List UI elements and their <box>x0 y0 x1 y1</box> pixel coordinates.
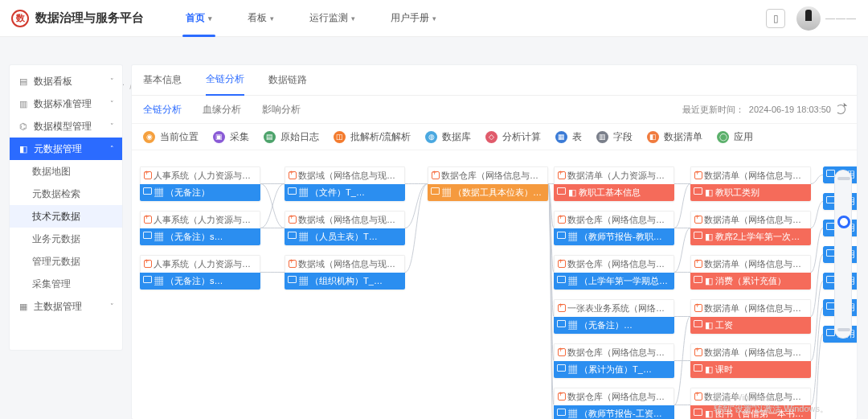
sidebar-item[interactable]: ◧元数据管理˄ <box>10 138 122 160</box>
node-header: 一张表业务系统（网络信息与现代教… <box>554 299 674 317</box>
legend-dot-icon: ▤ <box>264 131 276 143</box>
tab-data-link[interactable]: 数据链路 <box>268 65 307 96</box>
sidebar-item-label: 数据看板 <box>34 75 72 88</box>
refresh-icon[interactable] <box>836 105 845 114</box>
legend-item: ◇分析计算 <box>485 130 541 144</box>
node-body: ◧ 工资 <box>690 317 811 334</box>
graph-node[interactable]: 数据清单（网络信息与现代教育中心…◧ 工资 <box>690 299 811 334</box>
chevron-down-icon: ▾ <box>432 14 436 23</box>
node-body: ▦ （数据工具本位表）T… <box>428 184 548 201</box>
node-header: 数据仓库（网络信息与现代教育中心… <box>554 343 674 361</box>
node-header: 数据清单（网络信息与现代教育中心… <box>690 211 811 228</box>
graph-node[interactable]: 数据清单（网络信息与现代教育中心…◧ 教职工类别 <box>690 166 811 201</box>
node-header: 数据仓库（网络信息与现代教育中心… <box>554 388 674 405</box>
graph-node[interactable]: 人事系统（人力资源与离退休职工管…▦ （无备注） <box>140 166 260 201</box>
legend-label: 分析计算 <box>502 130 541 144</box>
username: ——— <box>825 13 857 24</box>
graph-node[interactable]: 数据清单（人力资源与离退休职工管…◧ 教职工基本信息 <box>554 166 674 201</box>
sidebar-item-label: 业务元数据 <box>32 232 80 246</box>
clipboard-icon[interactable]: ▯ <box>766 9 785 28</box>
node-body: ▦ （组织机构）T_… <box>285 273 405 290</box>
legend-item: ◧数据清单 <box>647 130 702 144</box>
tab-full-chain[interactable]: 全链分析 <box>206 65 244 96</box>
node-header: 数据清单（网络信息与现代教育中心… <box>690 299 811 317</box>
menu-icon: ▦ <box>18 302 29 312</box>
chevron-icon: ˄ <box>110 145 114 153</box>
sidebar-item[interactable]: ⌬数据模型管理˅ <box>10 115 122 138</box>
zoom-in-icon[interactable] <box>837 177 850 180</box>
slider-knob[interactable] <box>837 216 850 228</box>
graph-node[interactable]: 数据仓库（网络信息与现代教育中心…▦ （累计为值）T_… <box>554 343 674 378</box>
sidebar-item[interactable]: ▤数据看板˅ <box>10 70 122 92</box>
sidebar-item[interactable]: 业务元数据 <box>10 228 122 250</box>
graph-node[interactable]: 数据仓库（网络信息与现代教育中心…▦ （数据工具本位表）T… <box>428 166 548 201</box>
graph-node[interactable]: 数据仓库（网络信息与现代教育中心…▦ （教师节报告-工资）T_… <box>554 388 674 419</box>
zoom-out-icon[interactable] <box>837 328 850 331</box>
menu-icon: ▥ <box>18 99 29 109</box>
sidebar-item-label: 元数据管理 <box>34 142 82 156</box>
graph-node[interactable]: 数据域（网络信息与现代教育中心）…▦ （组织机构）T_… <box>285 255 405 290</box>
logo-icon: 数 <box>11 10 29 27</box>
legend-label: 当前位置 <box>160 130 199 144</box>
graph-node[interactable]: 人事系统（人力资源与离退休职工管…▦ （无备注）s… <box>140 211 260 245</box>
graph-node[interactable]: 一张表业务系统（网络信息与现代教…▦ （无备注）… <box>554 299 674 334</box>
graph-column: 数据域（网络信息与现代教育中心）…▦ （文件）T_…数据域（网络信息与现代教育中… <box>285 166 405 290</box>
watermark: 激活 Windows转到“设置”以激活 Windows。 <box>714 392 829 414</box>
graph-node[interactable]: 数据清单（网络信息与现代教育中心…◧ 教席2上学年第一次清册时间及数… <box>690 211 811 245</box>
sidebar-item-label: 管理元数据 <box>32 255 80 269</box>
nav-home[interactable]: 首页▾ <box>168 0 230 37</box>
chevron-down-icon: ▾ <box>270 14 274 23</box>
last-update-value: 2024-06-19 18:03:50 <box>749 105 831 114</box>
legend: ◉当前位置▣采集▤原始日志◫批解析/流解析◍数据库◇分析计算▦表▥字段◧数据清单… <box>132 123 857 150</box>
graph-node[interactable]: 数据域（网络信息与现代教育中心）…▦ （人员主表）T… <box>285 211 405 245</box>
sidebar-item[interactable]: 管理元数据 <box>10 250 122 273</box>
legend-dot-icon: ◫ <box>334 131 346 143</box>
sidebar-item[interactable]: ▥数据标准管理˅ <box>10 92 122 115</box>
nav-manual[interactable]: 用户手册▾ <box>373 0 454 37</box>
subtab-impact[interactable]: 影响分析 <box>262 103 301 117</box>
node-body: ◧ 教职工类别 <box>690 184 811 201</box>
main-panel: 基本信息 全链分析 数据链路 全链分析 血缘分析 影响分析 最近更新时间： 20… <box>132 65 857 419</box>
system-title: 数据治理与服务平台 <box>35 10 144 26</box>
nav-monitor[interactable]: 运行监测▾ <box>292 0 373 37</box>
sidebar-item[interactable]: ▦主数据管理˅ <box>10 295 122 318</box>
node-body: ◧ 消费（累计充值） <box>690 273 811 290</box>
chevron-icon: ˅ <box>110 77 114 85</box>
chevron-icon: ˅ <box>110 302 114 310</box>
tab-basic[interactable]: 基本信息 <box>143 65 182 96</box>
sidebar-item[interactable]: 数据地图 <box>10 160 122 183</box>
node-body: ◧ 教职工基本信息 <box>554 184 674 201</box>
node-header: 人事系统（人力资源与离退休职工管… <box>140 166 260 184</box>
legend-label: 字段 <box>613 130 633 144</box>
legend-dot-icon: ▥ <box>596 131 608 143</box>
top-nav: 首页▾ 看板▾ 运行监测▾ 用户手册▾ <box>168 0 454 37</box>
graph-node[interactable]: 数据仓库（网络信息与现代教育中心…▦ （教师节报告-教职工类别）T_… <box>554 211 674 245</box>
node-header: 人事系统（人力资源与离退休职工管… <box>140 255 260 273</box>
zoom-slider[interactable] <box>834 170 852 339</box>
tabs: 基本信息 全链分析 数据链路 <box>132 65 857 96</box>
graph-node[interactable]: 数据域（网络信息与现代教育中心）…▦ （文件）T_… <box>285 166 405 201</box>
graph-column: 数据清单（人力资源与离退休职工管…◧ 教职工基本信息数据仓库（网络信息与现代教育… <box>554 166 674 419</box>
subtab-lineage[interactable]: 血缘分析 <box>203 103 241 117</box>
sidebar-item[interactable]: 采集管理 <box>10 273 122 295</box>
graph-node[interactable]: 数据清单（网络信息与现代教育中心…◧ 课时 <box>690 343 811 378</box>
app-header: 数 数据治理与服务平台 首页▾ 看板▾ 运行监测▾ 用户手册▾ ▯ ——— <box>0 0 868 37</box>
avatar[interactable] <box>796 6 821 31</box>
sidebar-item-label: 技术元数据 <box>32 210 80 224</box>
graph-node[interactable]: 数据清单（网络信息与现代教育中心…◧ 消费（累计充值） <box>690 255 811 290</box>
graph-node[interactable]: 数据仓库（网络信息与现代教育中心…▦ （上学年第一学期总表）T… <box>554 255 674 290</box>
node-header: 数据域（网络信息与现代教育中心）… <box>285 211 405 228</box>
lineage-graph[interactable]: 人事系统（人力资源与离退休职工管…▦ （无备注）人事系统（人力资源与离退休职工管… <box>132 150 857 419</box>
sidebar-item[interactable]: 技术元数据 <box>10 205 122 228</box>
node-body: ◧ 教席2上学年第一次清册时间及数… <box>690 228 811 245</box>
node-body: ◧ 课时 <box>690 361 811 378</box>
legend-item: ▣采集 <box>213 130 249 144</box>
menu-icon: ⌬ <box>18 121 29 132</box>
sidebar-item-label: 数据标准管理 <box>34 97 92 111</box>
subtab-full[interactable]: 全链分析 <box>143 103 182 117</box>
nav-dashboard[interactable]: 看板▾ <box>230 0 292 37</box>
node-header: 数据仓库（网络信息与现代教育中心… <box>554 255 674 273</box>
graph-node[interactable]: 人事系统（人力资源与离退休职工管…▦ （无备注）s… <box>140 255 260 290</box>
legend-dot-icon: ◇ <box>485 131 497 143</box>
sidebar-item[interactable]: 元数据检索 <box>10 183 122 205</box>
